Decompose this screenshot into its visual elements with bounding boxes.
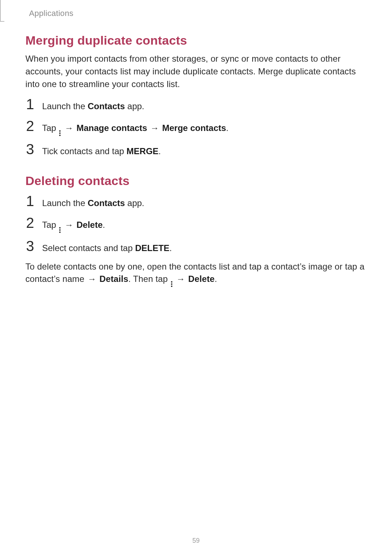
- arrow-right-icon: →: [150, 122, 160, 135]
- text: .: [159, 146, 161, 156]
- list-item: 1 Launch the Contacts app.: [25, 97, 367, 113]
- more-options-icon: [171, 281, 172, 287]
- text: Launch the: [42, 101, 87, 111]
- page: Applications Merging duplicate contacts …: [0, 0, 392, 554]
- list-item: 3 Tick contacts and tap MERGE.: [25, 142, 367, 158]
- step-text: Tap → Manage contacts → Merge contacts.: [42, 122, 229, 136]
- step-number: 2: [25, 119, 34, 133]
- text-bold: Details: [99, 274, 128, 284]
- crop-mark-icon: [0, 0, 4, 22]
- text: app.: [125, 101, 144, 111]
- text: Tap: [42, 123, 58, 133]
- step-text: Select contacts and tap DELETE.: [42, 242, 172, 255]
- list-item: 2 Tap → Delete.: [25, 216, 367, 233]
- text: .: [170, 243, 172, 253]
- text-bold: Delete: [77, 220, 103, 230]
- text-bold: MERGE: [127, 146, 159, 156]
- text: Tick contacts and tap: [42, 146, 127, 156]
- text-bold: DELETE: [135, 243, 170, 253]
- arrow-right-icon: →: [87, 273, 97, 286]
- text: .: [103, 220, 105, 230]
- step-number: 2: [25, 216, 34, 230]
- list-item: 2 Tap → Manage contacts → Merge contacts…: [25, 119, 367, 136]
- breadcrumb: Applications: [29, 9, 367, 18]
- text-bold: Contacts: [87, 101, 125, 111]
- text: Launch the: [42, 198, 87, 208]
- text: app.: [125, 198, 144, 208]
- section-title-merging: Merging duplicate contacts: [25, 33, 367, 48]
- text: Tap: [42, 220, 58, 230]
- list-item: 3 Select contacts and tap DELETE.: [25, 239, 367, 255]
- text: . Then tap: [128, 274, 170, 284]
- step-number: 1: [25, 97, 34, 111]
- text-bold: Merge contacts: [162, 123, 226, 133]
- text-bold: Manage contacts: [77, 123, 147, 133]
- more-options-icon: [59, 227, 61, 233]
- steps-deleting: 1 Launch the Contacts app. 2 Tap → Delet…: [25, 194, 367, 255]
- step-text: Tap → Delete.: [42, 219, 105, 233]
- paragraph-delete-one-by-one: To delete contacts one by one, open the …: [25, 260, 367, 287]
- text: Select contacts and tap: [42, 243, 135, 253]
- step-number: 3: [25, 142, 34, 156]
- more-options-icon: [59, 130, 61, 136]
- text: .: [215, 274, 217, 284]
- step-text: Launch the Contacts app.: [42, 100, 144, 113]
- page-number: 59: [0, 537, 392, 545]
- arrow-right-icon: →: [64, 219, 74, 231]
- list-item: 1 Launch the Contacts app.: [25, 194, 367, 210]
- section-intro-merging: When you import contacts from other stor…: [25, 53, 367, 90]
- steps-merging: 1 Launch the Contacts app. 2 Tap → Manag…: [25, 97, 367, 158]
- arrow-right-icon: →: [64, 122, 74, 135]
- step-text: Launch the Contacts app.: [42, 197, 144, 210]
- section-title-deleting: Deleting contacts: [25, 174, 367, 188]
- arrow-right-icon: →: [176, 273, 186, 286]
- step-number: 3: [25, 239, 34, 253]
- step-text: Tick contacts and tap MERGE.: [42, 145, 161, 158]
- text: .: [226, 123, 229, 133]
- step-number: 1: [25, 194, 34, 208]
- text-bold: Contacts: [87, 198, 125, 208]
- text-bold: Delete: [188, 274, 215, 284]
